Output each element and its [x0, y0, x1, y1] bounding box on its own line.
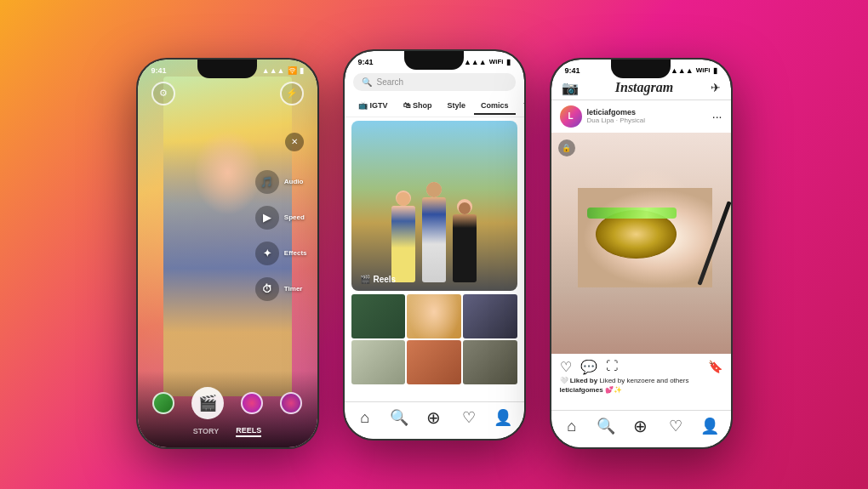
status-bar-feed: 9:41 ▲▲▲ WiFi ▮ [551, 60, 731, 77]
timer-icon: ⏱ [255, 277, 279, 301]
signal-icon: ▲▲▲ [262, 66, 285, 75]
tab-shop[interactable]: 🛍 Shop [397, 98, 439, 115]
nav-add-feed[interactable]: ⊕ [627, 412, 654, 440]
battery-icon-2: ▮ [506, 58, 511, 66]
wifi-icon-3: WiFi [696, 66, 711, 74]
post-username: leticiafgomes [587, 108, 645, 117]
comment-icon[interactable]: 💬 [580, 359, 597, 375]
mode-tabs: STORY REELS [193, 426, 262, 437]
lightning-icon[interactable]: ⚡ [280, 82, 304, 105]
timer-tool[interactable]: ⏱ Timer [255, 277, 307, 301]
bottom-nav-feed: ⌂ 🔍 ⊕ ♡ 👤 [551, 410, 731, 447]
share-icon[interactable]: ⛶ [606, 359, 618, 375]
head-1 [397, 192, 410, 206]
makeup-photo [551, 133, 731, 354]
effects-label: Effects [284, 249, 307, 257]
status-bar-camera: 9:41 ▲▲▲ 🛜 ▮ [138, 66, 317, 75]
grid-item-3[interactable] [463, 294, 517, 338]
nav-heart-feed[interactable]: ♡ [662, 412, 689, 440]
grid-item-2[interactable] [407, 294, 461, 338]
caption-username: leticiafgomes [560, 386, 603, 394]
tab-tv[interactable]: TV & Movie [517, 98, 524, 115]
nav-home-feed[interactable]: ⌂ [558, 412, 585, 440]
reels-badge: 🎬 Reels [360, 275, 397, 284]
speed-icon: ▶ [255, 206, 279, 230]
grid-item-1[interactable] [351, 294, 406, 338]
send-icon[interactable]: ✈ [711, 81, 721, 94]
tab-igtv[interactable]: 📺IGTV [351, 98, 395, 115]
speed-tool[interactable]: ▶ Speed [255, 206, 307, 230]
post-actions-left: ♡ 💬 ⛶ [560, 359, 618, 375]
caption-text: 💕✨ [605, 386, 622, 394]
camera-header-icon[interactable]: 📷 [562, 80, 579, 96]
search-bar[interactable]: 🔍 Search [353, 73, 516, 91]
bottom-nav-explore: ⌂ 🔍 ⊕ ♡ 👤 [345, 401, 524, 439]
status-bar-explore: 9:41 ▲▲▲ WiFi ▮ [345, 51, 524, 68]
camera-controls-row: 🎬 [152, 387, 302, 419]
nav-heart[interactable]: ♡ [455, 404, 483, 431]
nav-profile-feed[interactable]: 👤 [696, 412, 723, 440]
status-icons-3: ▲▲▲ WiFi ▮ [671, 66, 717, 75]
more-options-icon[interactable]: ··· [712, 110, 722, 123]
avatar: L [560, 105, 582, 128]
color-dot[interactable] [280, 392, 302, 414]
head-3 [459, 202, 471, 214]
nav-search[interactable]: 🔍 [385, 404, 413, 431]
nav-add[interactable]: ⊕ [420, 404, 448, 431]
explore-tabs: 📺IGTV 🛍 Shop Style Comics TV & Movie [345, 96, 524, 117]
video-content [351, 121, 517, 291]
camera-tools: 🎵 Audio ▶ Speed ✦ Effects ⏱ Timer [255, 170, 307, 301]
phone-feed: 9:41 ▲▲▲ WiFi ▮ 📷 Instagram ✈ L leticiaf… [550, 58, 733, 449]
nav-profile[interactable]: 👤 [489, 404, 517, 431]
thumb-face [407, 294, 461, 338]
audio-tool[interactable]: 🎵 Audio [255, 170, 307, 194]
search-placeholder: Search [377, 77, 404, 87]
phone-explore: 9:41 ▲▲▲ WiFi ▮ 🔍 Search 📺IGTV 🛍 Shop St… [343, 49, 526, 441]
reels-tab[interactable]: REELS [236, 426, 261, 437]
audio-icon: 🎵 [255, 170, 279, 194]
head-2 [426, 182, 442, 197]
grid-item-5[interactable] [407, 340, 461, 384]
shop-icon: 🛍 [403, 101, 411, 110]
bookmark-icon[interactable]: 🔖 [708, 360, 722, 373]
status-time-3: 9:41 [565, 66, 580, 75]
effects-icon: ✦ [255, 242, 279, 265]
glitter-eyeliner [587, 208, 677, 219]
status-icons: ▲▲▲ 🛜 ▮ [262, 66, 304, 75]
tab-comics[interactable]: Comics [474, 98, 516, 115]
main-video-preview: 🎬 Reels [351, 121, 517, 291]
settings-icon[interactable]: ⚙ [151, 82, 175, 105]
nav-home[interactable]: ⌂ [351, 404, 379, 431]
figure-3 [453, 214, 477, 282]
status-time: 9:41 [151, 66, 167, 75]
close-icon[interactable]: ✕ [285, 133, 304, 151]
audio-label: Audio [284, 178, 304, 185]
timer-label: Timer [284, 285, 303, 293]
speed-label: Speed [284, 213, 305, 221]
tab-style[interactable]: Style [441, 98, 473, 115]
lock-icon: 🔒 [558, 139, 575, 156]
post-actions: ♡ 💬 ⛶ 🔖 [551, 354, 731, 377]
shutter-button[interactable]: 🎬 [191, 387, 224, 419]
search-icon: 🔍 [362, 77, 372, 87]
story-tab[interactable]: STORY [193, 427, 220, 435]
post-caption: leticiafgomes 💕✨ [551, 386, 731, 398]
effect-dot[interactable] [241, 392, 263, 414]
battery-icon: ▮ [300, 66, 304, 75]
figure-2 [422, 197, 446, 282]
reels-video-icon: 🎬 [360, 275, 370, 284]
battery-icon-3: ▮ [713, 66, 717, 75]
camera-bottom-bar: 🎬 STORY REELS [138, 371, 317, 447]
gallery-icon[interactable] [152, 392, 174, 414]
like-icon[interactable]: ♡ [560, 359, 572, 375]
post-user: L leticiafgomes Dua Lipa · Physical [560, 105, 645, 128]
post-header: L leticiafgomes Dua Lipa · Physical ··· [551, 100, 731, 133]
grid-item-4[interactable] [351, 340, 406, 384]
user-info: leticiafgomes Dua Lipa · Physical [587, 108, 645, 124]
effects-tool[interactable]: ✦ Effects [255, 242, 307, 265]
liked-by-text: Liked by kenzoere and others [599, 377, 688, 384]
nav-search-feed[interactable]: 🔍 [592, 412, 620, 440]
grid-item-6[interactable] [463, 340, 517, 384]
post-image: 🔒 [551, 133, 731, 354]
camera-top-bar: ⚙ ⚡ ✕ [138, 82, 317, 105]
